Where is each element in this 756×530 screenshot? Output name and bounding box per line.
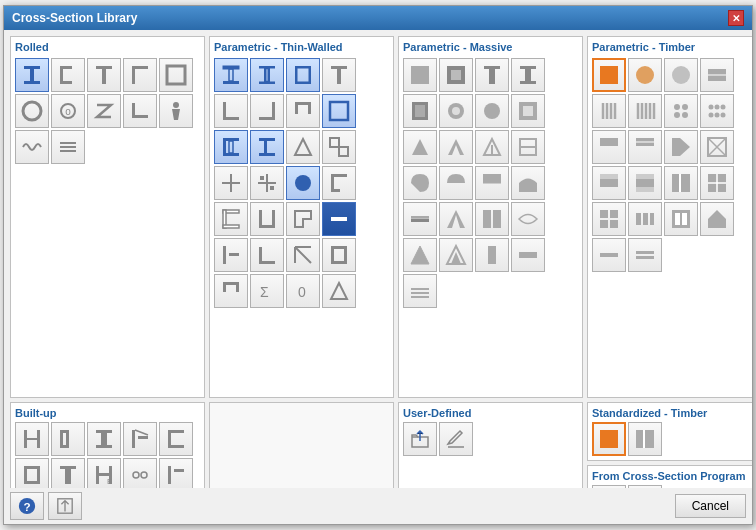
- pm-btn-8[interactable]: [511, 94, 545, 128]
- ptb-btn-11[interactable]: [664, 130, 698, 164]
- cs-btn-c-channel[interactable]: [51, 58, 85, 92]
- cs-btn-rect-hollow[interactable]: [159, 58, 193, 92]
- cs-btn-circle-solid[interactable]: o: [51, 94, 85, 128]
- pt-btn-28[interactable]: [322, 274, 356, 308]
- pt-btn-18[interactable]: [250, 202, 284, 236]
- pt-btn-22[interactable]: [250, 238, 284, 272]
- pm-btn-14[interactable]: [439, 166, 473, 200]
- cs-btn-person[interactable]: [159, 94, 193, 128]
- pt-btn-27[interactable]: 0: [286, 274, 320, 308]
- close-button[interactable]: ✕: [728, 10, 744, 26]
- pm-btn-11[interactable]: [475, 130, 509, 164]
- cs-btn-l-angle[interactable]: [123, 58, 157, 92]
- pt-btn-21[interactable]: [214, 238, 248, 272]
- pm-btn-18[interactable]: [439, 202, 473, 236]
- pt-btn-19[interactable]: [286, 202, 320, 236]
- st-btn-2[interactable]: [628, 422, 662, 456]
- bu-btn-5[interactable]: [159, 422, 193, 456]
- pt-btn-11[interactable]: [286, 130, 320, 164]
- bu-btn-8[interactable]: E: [87, 458, 121, 488]
- ptb-btn-15[interactable]: [664, 166, 698, 200]
- cs-btn-l-unequal[interactable]: [123, 94, 157, 128]
- ptb-btn-5[interactable]: [592, 94, 626, 128]
- pm-btn-22[interactable]: [439, 238, 473, 272]
- ptb-btn-1[interactable]: [592, 58, 626, 92]
- ud-btn-edit[interactable]: [439, 422, 473, 456]
- bu-btn-9[interactable]: [123, 458, 157, 488]
- pm-btn-17[interactable]: [403, 202, 437, 236]
- pm-btn-9[interactable]: [403, 130, 437, 164]
- ptb-btn-8[interactable]: [700, 94, 734, 128]
- pt-btn-24[interactable]: [322, 238, 356, 272]
- pt-btn-20[interactable]: [322, 202, 356, 236]
- cs-btn-lines[interactable]: [51, 130, 85, 164]
- pt-btn-12[interactable]: [322, 130, 356, 164]
- bu-btn-3[interactable]: [87, 422, 121, 456]
- bu-btn-6[interactable]: [15, 458, 49, 488]
- ptb-btn-17[interactable]: [592, 202, 626, 236]
- pt-btn-25[interactable]: [214, 274, 248, 308]
- ptb-btn-9[interactable]: [592, 130, 626, 164]
- pm-btn-1[interactable]: [403, 58, 437, 92]
- cancel-button[interactable]: Cancel: [675, 494, 746, 518]
- pm-btn-3[interactable]: [475, 58, 509, 92]
- pt-btn-16[interactable]: [322, 166, 356, 200]
- pm-btn-15[interactable]: [475, 166, 509, 200]
- pm-btn-5[interactable]: [403, 94, 437, 128]
- ptb-btn-6[interactable]: [628, 94, 662, 128]
- pm-btn-2[interactable]: [439, 58, 473, 92]
- pt-btn-7[interactable]: [286, 94, 320, 128]
- pm-btn-10[interactable]: [439, 130, 473, 164]
- ptb-btn-3[interactable]: [664, 58, 698, 92]
- info-button[interactable]: [48, 492, 82, 520]
- cs-btn-circle-hollow[interactable]: [15, 94, 49, 128]
- ptb-btn-4[interactable]: [700, 58, 734, 92]
- pm-btn-6[interactable]: [439, 94, 473, 128]
- pt-btn-4[interactable]: [322, 58, 356, 92]
- pt-btn-14[interactable]: [250, 166, 284, 200]
- bu-btn-1[interactable]: [15, 422, 49, 456]
- ptb-btn-14[interactable]: [628, 166, 662, 200]
- ptb-btn-21[interactable]: [592, 238, 626, 272]
- cs-btn-t-section[interactable]: [87, 58, 121, 92]
- pm-btn-7[interactable]: [475, 94, 509, 128]
- pt-btn-3[interactable]: [286, 58, 320, 92]
- bu-btn-4[interactable]: [123, 422, 157, 456]
- ptb-btn-13[interactable]: [592, 166, 626, 200]
- ptb-btn-22[interactable]: [628, 238, 662, 272]
- pt-btn-17[interactable]: [214, 202, 248, 236]
- pt-btn-5[interactable]: [214, 94, 248, 128]
- pt-btn-6[interactable]: [250, 94, 284, 128]
- pm-btn-23[interactable]: [475, 238, 509, 272]
- pm-btn-21[interactable]: [403, 238, 437, 272]
- st-btn-1[interactable]: [592, 422, 626, 456]
- pt-btn-10[interactable]: [250, 130, 284, 164]
- pt-btn-1[interactable]: [214, 58, 248, 92]
- ptb-btn-16[interactable]: [700, 166, 734, 200]
- pm-btn-16[interactable]: [511, 166, 545, 200]
- cs-btn-z-section[interactable]: [87, 94, 121, 128]
- pt-btn-13[interactable]: [214, 166, 248, 200]
- pt-btn-15[interactable]: [286, 166, 320, 200]
- cs-btn-wave[interactable]: [15, 130, 49, 164]
- pt-btn-9[interactable]: [214, 130, 248, 164]
- help-button[interactable]: ?: [10, 492, 44, 520]
- ptb-btn-20[interactable]: [700, 202, 734, 236]
- pt-btn-8[interactable]: [322, 94, 356, 128]
- bu-btn-7[interactable]: [51, 458, 85, 488]
- ptb-btn-7[interactable]: [664, 94, 698, 128]
- ptb-btn-2[interactable]: [628, 58, 662, 92]
- ptb-btn-19[interactable]: [664, 202, 698, 236]
- pm-btn-19[interactable]: [475, 202, 509, 236]
- ud-btn-open[interactable]: [403, 422, 437, 456]
- cs-btn-i-beam[interactable]: [15, 58, 49, 92]
- pm-btn-12[interactable]: [511, 130, 545, 164]
- ptb-btn-12[interactable]: [700, 130, 734, 164]
- bu-btn-10[interactable]: [159, 458, 193, 488]
- bu-btn-2[interactable]: [51, 422, 85, 456]
- pm-btn-20[interactable]: [511, 202, 545, 236]
- pm-btn-24[interactable]: [511, 238, 545, 272]
- pt-btn-2[interactable]: [250, 58, 284, 92]
- pm-btn-4[interactable]: [511, 58, 545, 92]
- ptb-btn-18[interactable]: [628, 202, 662, 236]
